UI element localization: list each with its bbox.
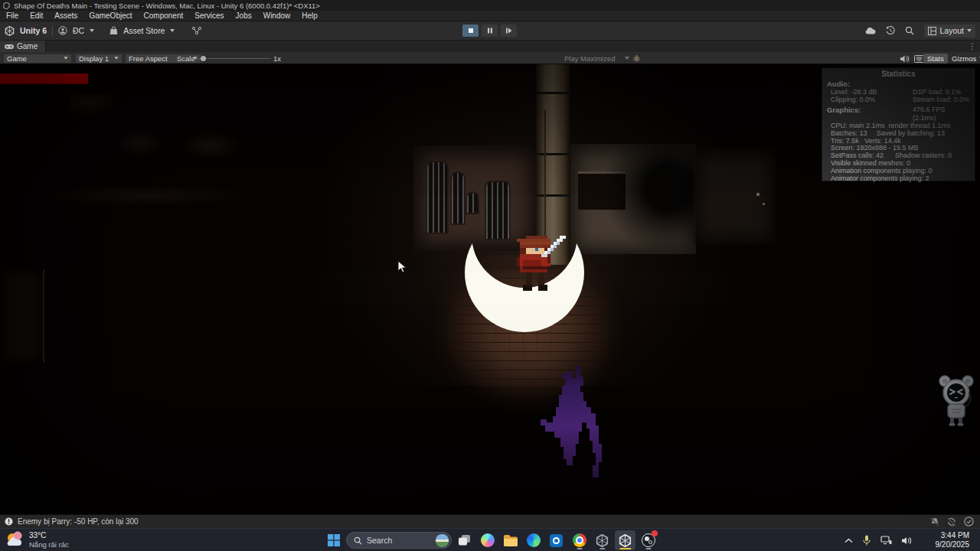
stats-toggle-button[interactable]: Stats — [923, 54, 948, 64]
hero-sprite — [508, 232, 566, 298]
keyboard-icon[interactable] — [914, 55, 924, 63]
windows-taskbar: 33°C Nắng rải rác Search — [0, 528, 980, 551]
menu-services[interactable]: Services — [194, 11, 224, 20]
menu-file[interactable]: File — [6, 11, 18, 20]
stat-row: Level: -28.3 dB DSP load: 0.1% — [827, 88, 970, 96]
notification-badge — [652, 530, 658, 536]
task-view-button[interactable] — [454, 530, 475, 550]
play-maximized-dropdown[interactable]: Play Maximized — [564, 54, 616, 63]
bell-slash-icon[interactable] — [930, 517, 939, 527]
game-viewport[interactable]: Statistics Audio: Level: -28.3 dB DSP lo… — [0, 64, 980, 514]
menu-assets[interactable]: Assets — [54, 11, 77, 20]
weather-widget[interactable]: 33°C Nắng rải rác — [5, 530, 69, 549]
asset-store-label[interactable]: Asset Store — [123, 26, 165, 35]
statistics-panel: Statistics Audio: Level: -28.3 dB DSP lo… — [822, 67, 975, 181]
windows-logo-icon — [328, 534, 340, 546]
network-icon[interactable] — [880, 536, 892, 545]
menu-edit[interactable]: Edit — [30, 11, 43, 20]
unity-hub-button[interactable] — [592, 530, 612, 550]
system-tray — [844, 530, 913, 550]
tab-game[interactable]: Game — [0, 41, 46, 52]
clock-time: 3:44 PM — [936, 531, 970, 540]
aspect-label: Free Aspect — [129, 54, 168, 63]
game-view-toolbar: Game Display 1 Free Aspect Scale 1x Play… — [0, 52, 980, 64]
obs-button[interactable] — [638, 530, 658, 550]
stats-toggle-label: Stats — [927, 54, 944, 63]
health-bar — [0, 73, 88, 84]
taskbar-clock[interactable]: 3:44 PM 9/20/2025 — [936, 531, 970, 549]
step-button[interactable] — [501, 24, 517, 37]
menu-window[interactable]: Window — [263, 11, 291, 20]
chevron-down-icon — [625, 57, 629, 60]
pillar-seam — [536, 194, 570, 197]
chevron-down-icon — [114, 57, 118, 59]
bug-icon[interactable] — [632, 54, 641, 63]
chevron-down-icon — [967, 29, 972, 32]
search-icon[interactable] — [905, 26, 914, 35]
search-input[interactable]: Search — [346, 532, 452, 549]
stat-animator-components: Animator components playing: 2 — [827, 175, 970, 183]
scale-slider[interactable] — [196, 58, 271, 59]
running-indicator — [577, 548, 582, 549]
active-indicator — [619, 548, 631, 549]
unity-status-bar[interactable]: Enemy bị Parry: -50 HP, còn lại 300 — [0, 514, 980, 528]
unity-editor-button[interactable] — [615, 530, 635, 550]
stat-fps: 476.6 FPS (2.1ms) — [913, 106, 970, 122]
layout-dropdown[interactable]: Layout — [924, 24, 975, 37]
pause-icon — [487, 28, 493, 34]
tab-game-label: Game — [17, 42, 38, 51]
view-mode-dropdown[interactable]: Game — [3, 54, 72, 64]
outlook-icon — [550, 534, 563, 547]
unity-editor-icon — [619, 534, 632, 547]
play-icon — [468, 28, 474, 34]
pillar-seam — [536, 92, 570, 94]
version-control-icon[interactable] — [191, 26, 202, 35]
menu-jobs[interactable]: Jobs — [236, 11, 252, 20]
menu-help[interactable]: Help — [302, 11, 318, 20]
console-message[interactable]: Enemy bị Parry: -50 HP, còn lại 300 — [18, 517, 139, 526]
asset-store-icon — [109, 26, 118, 35]
play-button[interactable] — [462, 24, 479, 37]
copilot-button[interactable] — [477, 530, 498, 550]
statistics-title: Statistics — [827, 70, 970, 78]
layout-grid-icon — [928, 27, 936, 35]
chevron-down-icon[interactable] — [170, 29, 175, 32]
info-icon — [5, 517, 13, 526]
outlook-button[interactable] — [546, 530, 567, 550]
chevron-down-icon[interactable] — [90, 29, 94, 32]
more-menu-icon[interactable]: ⋮ — [969, 42, 976, 51]
search-label: Search — [367, 536, 431, 545]
scale-slider-knob[interactable] — [201, 56, 206, 61]
layout-label: Layout — [939, 26, 964, 35]
stat-clipping: Clipping: 0.0% — [831, 96, 913, 103]
start-button[interactable] — [323, 530, 344, 550]
mascot-overlay — [936, 372, 977, 427]
mouse-cursor — [397, 260, 407, 274]
unity-window-icon — [3, 2, 10, 9]
refresh-slash-icon[interactable] — [947, 517, 956, 527]
running-indicator — [599, 548, 605, 549]
pause-button[interactable] — [482, 24, 498, 37]
microphone-icon[interactable] — [863, 535, 871, 546]
edge-button[interactable] — [523, 530, 544, 550]
scale-label: Scale — [177, 54, 195, 63]
gizmos-dropdown[interactable]: Gizmos — [949, 54, 980, 64]
file-explorer-button[interactable] — [500, 530, 521, 550]
cloud-icon[interactable] — [864, 27, 876, 34]
volume-icon[interactable] — [902, 536, 913, 545]
progress-check-icon[interactable] — [964, 517, 974, 527]
scale-value: 1x — [273, 54, 281, 63]
chrome-button[interactable] — [569, 530, 590, 550]
unity-hub-icon — [596, 534, 609, 547]
account-label[interactable]: ĐC — [73, 26, 84, 35]
menu-gameobject[interactable]: GameObject — [89, 11, 132, 20]
history-icon[interactable] — [886, 26, 895, 35]
weather-desc: Nắng rải rác — [29, 540, 69, 549]
stat-row: Clipping: 0.0% Stream load: 0.0% — [827, 96, 970, 103]
window-titlebar: Shape Of Deaths Main - Testing Scene - W… — [0, 0, 980, 11]
mute-audio-icon[interactable] — [900, 55, 910, 63]
menu-component[interactable]: Component — [144, 11, 184, 20]
display-dropdown[interactable]: Display 1 — [75, 54, 122, 64]
tray-chevron-icon[interactable] — [844, 538, 853, 543]
view-mode-label: Game — [7, 54, 27, 63]
